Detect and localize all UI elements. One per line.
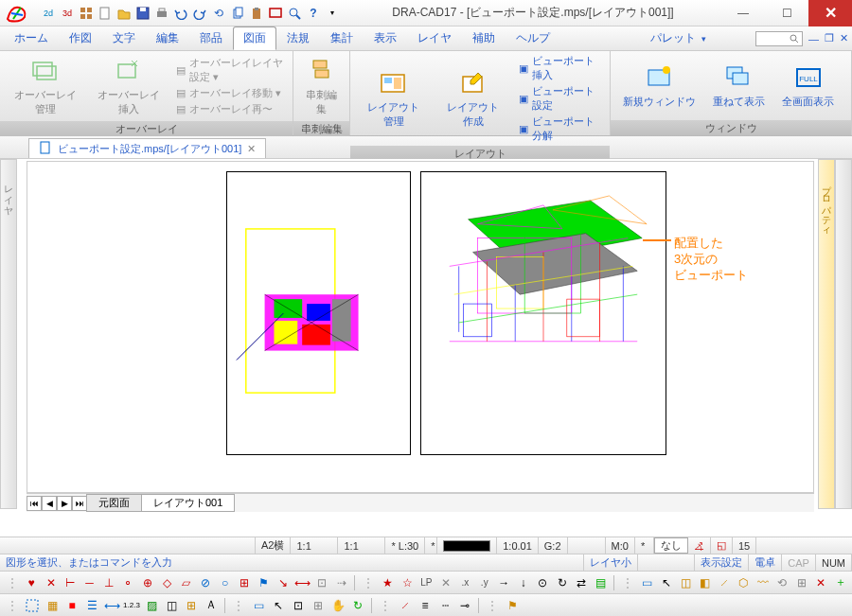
mdi-min-icon[interactable]: — [808, 33, 819, 44]
qat-copy-icon[interactable] [229, 5, 246, 22]
snap-grid-icon[interactable]: ⊞ [236, 574, 252, 591]
line-weight-icon[interactable]: ≡ [417, 597, 434, 614]
nav-first-button[interactable]: ⏮ [27, 496, 42, 511]
maximize-button[interactable]: ☐ [765, 0, 808, 26]
dim-icon[interactable]: ⟷ [103, 597, 120, 614]
tab-sum[interactable]: 集計 [320, 26, 364, 50]
tb2-handle2-icon[interactable]: ⋮ [230, 597, 247, 614]
layout-mgmt-button[interactable]: レイアウト管理 [356, 65, 432, 132]
layout-create-button[interactable]: レイアウト作成 [435, 65, 511, 132]
snap-near-icon[interactable]: ⊡ [314, 574, 330, 591]
tb2-handle3-icon[interactable]: ⋮ [377, 597, 394, 614]
sel-cross-icon[interactable]: ◧ [697, 574, 713, 591]
overlay-move-button[interactable]: ▤オーバーレイ移動 ▾ [172, 85, 287, 101]
block-icon[interactable]: ◫ [163, 597, 180, 614]
star-red-icon[interactable]: ★ [380, 574, 396, 591]
y-label[interactable]: .y [476, 574, 492, 591]
layer-status[interactable]: * L:30 [385, 537, 425, 554]
arrow-icon[interactable]: ↘ [275, 574, 291, 591]
line-style-icon[interactable]: ⟋ [397, 597, 414, 614]
tb-handle3-icon[interactable]: ⋮ [619, 574, 635, 591]
overlay-reload-button[interactable]: ▤オーバーレイ再〜 [172, 101, 287, 117]
zoom-all-icon[interactable]: ⊞ [310, 597, 327, 614]
tb-handle2-icon[interactable]: ⋮ [360, 574, 376, 591]
layout-tab-original[interactable]: 元図面 [86, 494, 142, 512]
right-sidebar-properties[interactable]: プロパティ [818, 159, 835, 509]
num-status[interactable]: 15 [733, 537, 756, 554]
star-outline-icon[interactable]: ☆ [399, 574, 415, 591]
line-dash-icon[interactable]: ┄ [436, 597, 453, 614]
sel-plus-icon[interactable]: ＋ [832, 574, 848, 591]
pan-icon[interactable]: ✋ [329, 597, 346, 614]
lp-label[interactable]: LP [418, 574, 435, 591]
heart-icon[interactable]: ♥ [23, 574, 39, 591]
m-status[interactable]: M:0 [606, 537, 635, 554]
skewer-edit-button[interactable]: 串刺編集 [299, 53, 344, 119]
display-settings[interactable]: 表示設定 [695, 554, 749, 571]
sel-line-icon[interactable]: ⟋ [716, 574, 732, 591]
viewport-set-button[interactable]: ▣ビューポート設定 [515, 83, 604, 114]
tab-home[interactable]: ホーム [4, 26, 59, 50]
view-rect-icon[interactable]: ▭ [250, 597, 267, 614]
command-prompt[interactable]: 図形を選択、またはコマンドを入力 [0, 554, 584, 571]
tab-parts[interactable]: 部品 [189, 26, 233, 50]
overlay-mgmt-button[interactable]: オーバーレイ管理 [6, 53, 85, 119]
new-window-button[interactable]: 新規ウィンドウ [616, 60, 702, 112]
hatch-icon[interactable]: ▨ [143, 597, 160, 614]
snap-tan-icon[interactable]: ⊘ [197, 574, 213, 591]
fill-icon[interactable]: ▦ [44, 597, 61, 614]
qat-print-icon[interactable] [153, 5, 170, 22]
rect-sel-icon[interactable] [24, 597, 41, 614]
zoom-win-icon[interactable]: ⊡ [290, 597, 307, 614]
doc-tab-close-icon[interactable]: ✕ [247, 143, 256, 155]
snap-dist-icon[interactable]: ⟷ [294, 574, 311, 591]
minimize-button[interactable]: — [721, 0, 765, 26]
document-tab[interactable]: ビューポート設定.mps/[レイアウト001] ✕ [28, 138, 266, 158]
tb2-handle4-icon[interactable]: ⋮ [484, 597, 501, 614]
scale-icon[interactable]: 1.2.3 [123, 597, 140, 614]
rotate-icon[interactable]: ↻ [554, 574, 570, 591]
qat-grid-icon[interactable] [78, 5, 95, 22]
sel-free-icon[interactable]: 〰 [754, 574, 771, 591]
group-icon[interactable]: ⊞ [183, 597, 200, 614]
layer-list-icon[interactable]: ☰ [83, 597, 100, 614]
scale2[interactable]: 1:1 [338, 537, 385, 554]
qat-save-icon[interactable] [134, 5, 151, 22]
drawing-canvas[interactable]: 配置した 3次元の ビューポート [27, 161, 814, 493]
g-status[interactable]: G:2 [539, 537, 568, 554]
snap-perp-icon[interactable]: ⊥ [100, 574, 116, 591]
paper-size[interactable]: A2横 [256, 537, 291, 554]
color-swatch[interactable] [437, 537, 497, 554]
tb2-handle-icon[interactable]: ⋮ [4, 597, 21, 614]
refresh-icon[interactable]: ↻ [349, 597, 366, 614]
qat-tool1-icon[interactable]: ⟲ [210, 5, 227, 22]
cross-icon[interactable]: ✕ [437, 574, 453, 591]
qat-dropdown-icon[interactable]: ▾ [324, 5, 341, 22]
fullscreen-button[interactable]: FULL 全画面表示 [775, 60, 841, 112]
palette-menu[interactable]: パレット [650, 30, 696, 46]
tab-edit[interactable]: 編集 [146, 26, 189, 50]
layer-toggle-icon[interactable]: ▤ [593, 574, 609, 591]
snap-mid-icon[interactable]: ⚬ [120, 574, 136, 591]
sel-rect-icon[interactable]: ▭ [639, 574, 655, 591]
calculator[interactable]: 電卓 [749, 554, 782, 571]
arrow-right-icon[interactable]: → [495, 574, 511, 591]
tab-view[interactable]: 表示 [364, 26, 407, 50]
sel-all-icon[interactable]: ⊞ [793, 574, 809, 591]
cascade-button[interactable]: 重ねて表示 [706, 60, 772, 112]
sel-poly-icon[interactable]: ⬡ [736, 574, 752, 591]
text-icon[interactable]: Ａ [203, 597, 220, 614]
viewport-3d[interactable] [420, 171, 666, 455]
viewport-insert-button[interactable]: ▣ビューポート挿入 [515, 53, 604, 83]
mdi-close-icon[interactable]: ✕ [840, 32, 848, 44]
endpoint-icon[interactable]: ⊸ [456, 597, 473, 614]
tab-help[interactable]: ヘルプ [506, 26, 560, 50]
tab-draw[interactable]: 作図 [59, 26, 102, 50]
qat-3d-icon[interactable]: 3d [59, 5, 76, 22]
qat-paste-icon[interactable] [248, 5, 265, 22]
overlay-layer-set-button[interactable]: ▤オーバーレイレイヤ設定 ▾ [172, 55, 287, 85]
arrow-down-icon[interactable]: ↓ [515, 574, 531, 591]
tb-handle-icon[interactable]: ⋮ [4, 574, 20, 591]
snap-node-icon[interactable]: ○ [217, 574, 233, 591]
nav-prev-button[interactable]: ◀ [42, 496, 57, 511]
